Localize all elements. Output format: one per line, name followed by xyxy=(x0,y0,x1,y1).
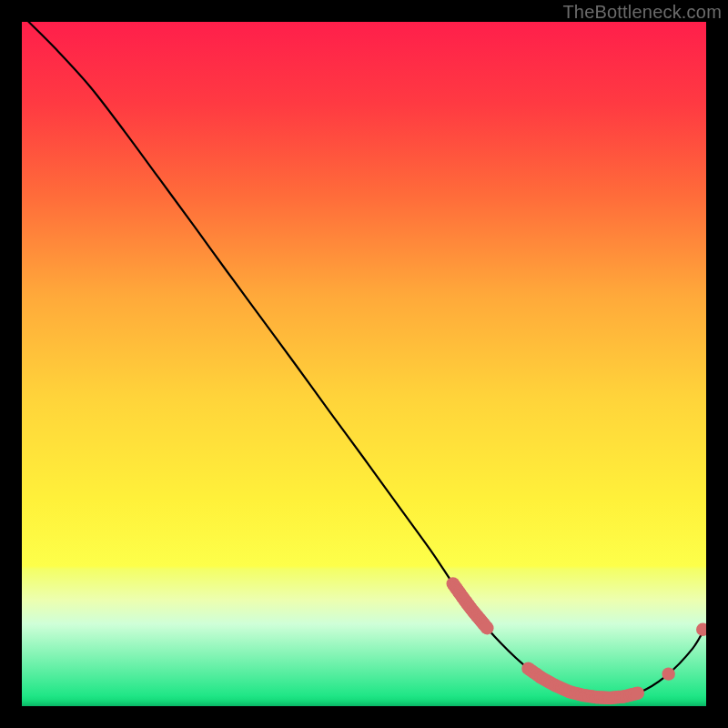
highlight-dots-layer xyxy=(22,22,706,706)
chart-frame: TheBottleneck.com xyxy=(0,0,728,728)
highlight-segment-dot xyxy=(632,687,644,700)
highlight-segment-dot xyxy=(480,622,493,634)
highlight-point-dot xyxy=(696,623,706,636)
watermark-text: TheBottleneck.com xyxy=(562,2,722,23)
plot-area xyxy=(22,22,706,706)
highlight-point-dot xyxy=(662,667,674,680)
